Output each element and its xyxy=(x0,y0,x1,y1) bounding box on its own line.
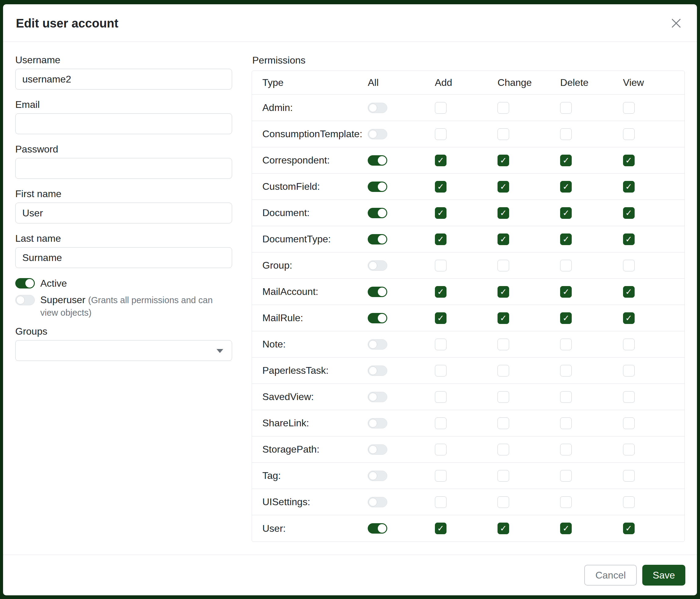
permission-all-toggle[interactable] xyxy=(368,208,387,218)
permission-view-checkbox[interactable] xyxy=(623,470,635,482)
permission-all-toggle[interactable] xyxy=(368,129,387,139)
permission-all-toggle[interactable] xyxy=(368,313,387,324)
permission-view-checkbox[interactable] xyxy=(623,128,635,140)
permission-add-checkbox[interactable]: ✓ xyxy=(435,234,447,245)
permission-view-checkbox[interactable]: ✓ xyxy=(623,523,635,534)
permission-view-checkbox[interactable]: ✓ xyxy=(623,312,635,324)
active-toggle[interactable] xyxy=(15,278,35,288)
permission-change-checkbox[interactable]: ✓ xyxy=(498,523,509,534)
permission-add-checkbox[interactable]: ✓ xyxy=(435,312,447,324)
permission-all-toggle[interactable] xyxy=(368,497,387,507)
permission-change-checkbox[interactable] xyxy=(498,260,509,271)
permission-delete-checkbox[interactable]: ✓ xyxy=(560,181,572,193)
permission-delete-checkbox[interactable]: ✓ xyxy=(560,312,572,324)
permission-delete-checkbox[interactable] xyxy=(560,470,572,482)
permission-add-checkbox[interactable] xyxy=(435,417,447,429)
permission-delete-checkbox[interactable] xyxy=(560,496,572,508)
permission-delete-checkbox[interactable]: ✓ xyxy=(560,154,572,166)
permission-add-checkbox[interactable] xyxy=(435,365,447,377)
permission-all-toggle[interactable] xyxy=(368,418,387,429)
superuser-toggle[interactable] xyxy=(15,295,35,305)
groups-select[interactable] xyxy=(15,340,232,361)
username-input[interactable] xyxy=(15,69,232,90)
permission-add-checkbox[interactable] xyxy=(435,339,447,350)
permission-change-checkbox[interactable] xyxy=(498,365,509,377)
permission-change-checkbox[interactable] xyxy=(498,417,509,429)
permission-delete-checkbox[interactable] xyxy=(560,102,572,114)
permission-delete-checkbox[interactable] xyxy=(560,339,572,350)
permission-add-checkbox[interactable]: ✓ xyxy=(435,154,447,166)
permission-delete-checkbox[interactable]: ✓ xyxy=(560,523,572,534)
toggle-knob xyxy=(378,288,386,296)
permission-change-checkbox[interactable] xyxy=(498,339,509,350)
permission-delete-checkbox[interactable] xyxy=(560,391,572,403)
permission-all-toggle[interactable] xyxy=(368,103,387,113)
permission-add-checkbox[interactable] xyxy=(435,496,447,508)
permission-delete-checkbox[interactable]: ✓ xyxy=(560,234,572,245)
permission-view-checkbox[interactable] xyxy=(623,365,635,377)
permission-change-checkbox[interactable]: ✓ xyxy=(498,286,509,298)
permission-type-label: ShareLink: xyxy=(252,417,367,429)
permission-view-checkbox[interactable] xyxy=(623,391,635,403)
permission-add-checkbox[interactable] xyxy=(435,102,447,114)
permission-all-toggle[interactable] xyxy=(368,523,387,534)
close-button[interactable] xyxy=(669,16,683,30)
permission-view-checkbox[interactable]: ✓ xyxy=(623,154,635,166)
cancel-button[interactable]: Cancel xyxy=(584,565,637,585)
permission-delete-checkbox[interactable] xyxy=(560,128,572,140)
permission-change-checkbox[interactable]: ✓ xyxy=(498,207,509,219)
permission-add-checkbox[interactable] xyxy=(435,444,447,455)
permission-view-checkbox[interactable] xyxy=(623,496,635,508)
permission-view-checkbox[interactable]: ✓ xyxy=(623,286,635,298)
first-name-input[interactable] xyxy=(15,202,232,223)
permission-all-toggle[interactable] xyxy=(368,287,387,297)
permission-add-checkbox[interactable] xyxy=(435,391,447,403)
permission-all-toggle[interactable] xyxy=(368,392,387,402)
permission-delete-checkbox[interactable]: ✓ xyxy=(560,286,572,298)
permission-change-checkbox[interactable] xyxy=(498,128,509,140)
permission-all-toggle[interactable] xyxy=(368,260,387,271)
edit-user-modal: Edit user account Username Email xyxy=(3,4,697,595)
permission-change-checkbox[interactable]: ✓ xyxy=(498,312,509,324)
permission-type-label: CustomField: xyxy=(252,181,367,192)
permission-add-checkbox[interactable]: ✓ xyxy=(435,523,447,534)
permission-delete-checkbox[interactable] xyxy=(560,260,572,271)
permission-all-toggle[interactable] xyxy=(368,234,387,244)
permission-change-checkbox[interactable] xyxy=(498,444,509,455)
permission-all-toggle[interactable] xyxy=(368,182,387,192)
last-name-input[interactable] xyxy=(15,247,232,268)
permission-add-checkbox[interactable]: ✓ xyxy=(435,207,447,219)
permission-add-checkbox[interactable]: ✓ xyxy=(435,181,447,193)
permission-change-checkbox[interactable] xyxy=(498,102,509,114)
permission-all-toggle[interactable] xyxy=(368,339,387,350)
permission-add-checkbox[interactable] xyxy=(435,470,447,482)
permission-change-checkbox[interactable]: ✓ xyxy=(498,154,509,166)
permission-change-checkbox[interactable]: ✓ xyxy=(498,234,509,245)
permission-all-toggle[interactable] xyxy=(368,471,387,481)
permission-view-checkbox[interactable]: ✓ xyxy=(623,234,635,245)
permission-view-checkbox[interactable]: ✓ xyxy=(623,181,635,193)
permission-view-checkbox[interactable] xyxy=(623,339,635,350)
permission-view-checkbox[interactable] xyxy=(623,102,635,114)
permission-all-toggle[interactable] xyxy=(368,365,387,376)
permission-view-checkbox[interactable] xyxy=(623,417,635,429)
email-input[interactable] xyxy=(15,113,232,134)
permission-add-checkbox[interactable] xyxy=(435,128,447,140)
permission-delete-checkbox[interactable]: ✓ xyxy=(560,207,572,219)
permission-all-toggle[interactable] xyxy=(368,155,387,166)
password-input[interactable] xyxy=(15,158,232,179)
permission-view-checkbox[interactable] xyxy=(623,260,635,271)
permission-view-checkbox[interactable]: ✓ xyxy=(623,207,635,219)
permission-delete-checkbox[interactable] xyxy=(560,444,572,455)
permission-view-checkbox[interactable] xyxy=(623,444,635,455)
permission-delete-checkbox[interactable] xyxy=(560,365,572,377)
permission-delete-checkbox[interactable] xyxy=(560,417,572,429)
save-button[interactable]: Save xyxy=(642,565,685,585)
permission-change-checkbox[interactable] xyxy=(498,496,509,508)
permission-change-checkbox[interactable] xyxy=(498,470,509,482)
permission-add-checkbox[interactable] xyxy=(435,260,447,271)
permission-add-checkbox[interactable]: ✓ xyxy=(435,286,447,298)
permission-change-checkbox[interactable] xyxy=(498,391,509,403)
permission-change-checkbox[interactable]: ✓ xyxy=(498,181,509,193)
permission-all-toggle[interactable] xyxy=(368,445,387,455)
